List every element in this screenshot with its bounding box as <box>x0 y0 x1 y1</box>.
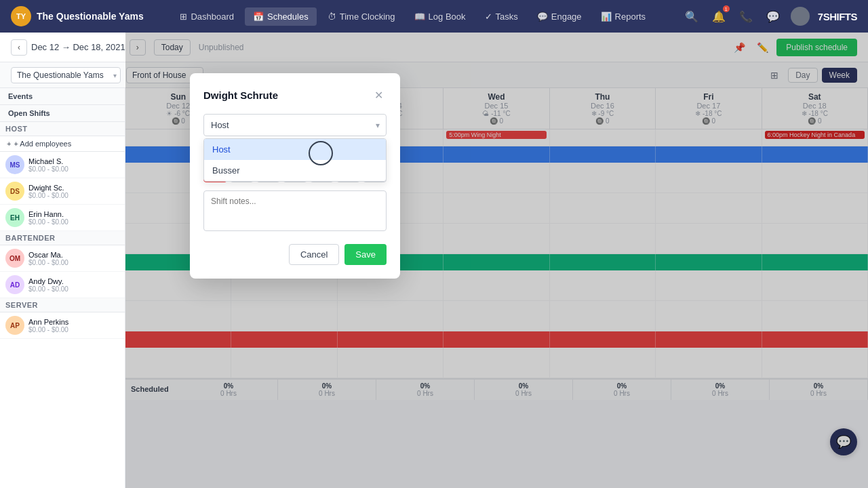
nav-reports[interactable]: 📊 Reports <box>593 7 654 26</box>
open-shifts-section-header: Open Shifts <box>0 105 125 122</box>
employee-row-michael[interactable]: MS Michael S. $0.00 - $0.00 <box>0 152 125 178</box>
role-dropdown-wrap: Host ▾ Host Busser <box>203 114 387 136</box>
bar-icon: 📊 <box>601 12 612 22</box>
calendar-icon: 📅 <box>253 12 264 22</box>
modal-footer: Cancel Save <box>203 244 387 265</box>
search-icon: 🔍 <box>685 10 698 23</box>
phone-icon: 📞 <box>739 10 753 23</box>
employee-row-erin[interactable]: EH Erin Hann. $0.00 - $0.00 <box>0 205 125 231</box>
phone-button[interactable]: 📞 <box>736 7 755 26</box>
bell-icon: 🔔 <box>712 10 726 23</box>
gshifts-logo: 7SHIFTS <box>818 11 857 22</box>
top-navigation: TY The Questionable Yams ⊞ Dashboard 📅 S… <box>0 0 868 33</box>
emp-info-oscar: Oscar Ma. $0.00 - $0.00 <box>28 251 119 266</box>
nav-schedules[interactable]: 📅 Schedules <box>245 7 317 26</box>
nav-dashboard[interactable]: ⊞ Dashboard <box>172 7 242 26</box>
cancel-button[interactable]: Cancel <box>289 244 339 265</box>
employee-row-dwight[interactable]: DS Dwight Sc. $0.00 - $0.00 <box>0 178 125 205</box>
modal-header: Dwight Schrute ✕ <box>203 87 387 103</box>
avatar-oscar: OM <box>5 249 24 268</box>
check-icon: ✓ <box>485 12 492 22</box>
emp-info-ann: Ann Perkins $0.00 - $0.00 <box>28 318 119 333</box>
role-option-busser[interactable]: Busser <box>204 160 386 181</box>
nav-tasks[interactable]: ✓ Tasks <box>477 7 526 26</box>
employee-row-andy[interactable]: AD Andy Dwy. $0.00 - $0.00 <box>0 272 125 298</box>
location-select[interactable]: The Questionable Yams <box>11 67 121 83</box>
location-filter-wrap: The Questionable Yams <box>11 67 121 83</box>
emp-info-dwight: Dwight Sc. $0.00 - $0.00 <box>28 184 119 199</box>
clock-icon: ⏱ <box>328 12 336 22</box>
server-role-header: Server <box>0 298 125 312</box>
nav-links: ⊞ Dashboard 📅 Schedules ⏱ Time Clocking … <box>172 7 654 26</box>
modal-overlay: Dwight Schrute ✕ Host ▾ Host Busser Appl… <box>125 33 868 488</box>
modal-close-button[interactable]: ✕ <box>370 87 387 103</box>
nav-time-clocking[interactable]: ⏱ Time Clocking <box>319 7 403 26</box>
brand-avatar: TY <box>11 6 31 26</box>
week-range: Dec 12 → Dec 18, 2021 <box>31 42 125 52</box>
emp-info-erin: Erin Hann. $0.00 - $0.00 <box>28 210 119 226</box>
message-button[interactable]: 💬 <box>764 7 783 26</box>
employee-row-ann[interactable]: AP Ann Perkins $0.00 - $0.00 <box>0 312 125 339</box>
notifications-button[interactable]: 🔔 1 <box>709 7 728 26</box>
host-role-header: Host <box>0 122 125 136</box>
employee-row-oscar[interactable]: OM Oscar Ma. $0.00 - $0.00 <box>0 245 125 272</box>
message-icon: 💬 <box>766 10 780 23</box>
emp-info-andy: Andy Dwy. $0.00 - $0.00 <box>28 277 119 293</box>
nav-right-actions: 🔍 🔔 1 📞 💬 7SHIFTS <box>682 7 857 26</box>
modal-title: Dwight Schrute <box>203 89 278 101</box>
avatar-erin: EH <box>5 208 24 227</box>
plus-icon: + <box>7 140 11 148</box>
prev-week-button[interactable]: ‹ <box>11 39 27 56</box>
emp-info-michael: Michael S. $0.00 - $0.00 <box>28 157 119 173</box>
nav-engage[interactable]: 💬 Engage <box>529 7 590 26</box>
notification-badge: 1 <box>723 5 730 12</box>
add-employees-button[interactable]: + + Add employees <box>0 136 125 152</box>
brand[interactable]: TY The Questionable Yams <box>11 6 144 26</box>
role-dropdown[interactable]: Host <box>203 114 387 136</box>
grid-icon: ⊞ <box>180 12 187 22</box>
role-option-host[interactable]: Host <box>204 139 386 160</box>
events-section-header: Events <box>0 88 125 105</box>
search-button[interactable]: 🔍 <box>682 7 701 26</box>
user-avatar[interactable] <box>791 7 810 26</box>
shift-notes-input[interactable] <box>203 190 387 231</box>
nav-log-book[interactable]: 📖 Log Book <box>406 7 474 26</box>
dwight-modal: Dwight Schrute ✕ Host ▾ Host Busser Appl… <box>190 73 400 279</box>
save-button[interactable]: Save <box>344 244 387 265</box>
brand-name: The Questionable Yams <box>37 11 144 22</box>
avatar-andy: AD <box>5 275 24 294</box>
avatar-michael: MS <box>5 155 24 174</box>
bartender-role-header: Bartender <box>0 231 125 245</box>
role-dropdown-value: Host <box>211 120 229 130</box>
avatar-ann: AP <box>5 316 24 335</box>
avatar-dwight: DS <box>5 182 24 201</box>
role-dropdown-options: Host Busser <box>203 138 387 182</box>
book-icon: 📖 <box>414 12 425 22</box>
chat-icon: 💬 <box>537 12 548 22</box>
left-sidebar: Events Open Shifts Host + + Add employee… <box>0 88 125 488</box>
